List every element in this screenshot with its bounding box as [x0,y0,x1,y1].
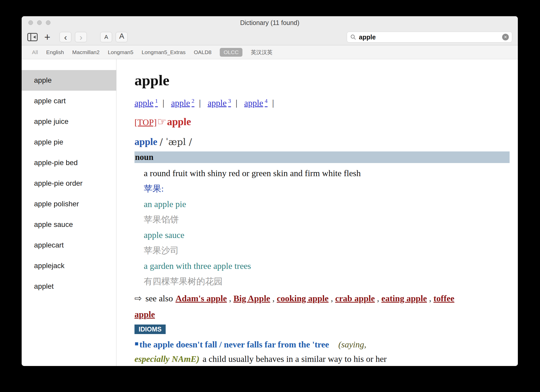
pipe-separator: | [272,98,274,108]
dictionary-tabbar: All English Macmillan2 Longman5 Longman5… [22,45,518,59]
example: a garden with three apple trees 有四棵苹果树的花… [144,258,510,289]
sidebar-icon [27,33,38,41]
result-list-item[interactable]: apple cart [22,91,116,111]
dictionary-tab[interactable]: OLCC [220,48,242,57]
example-english: apple sauce [144,227,510,243]
window-title: Dictionary (11 found) [240,19,299,27]
add-button[interactable]: + [44,32,50,42]
result-list-item[interactable]: apple [22,70,116,91]
toggle-sidebar-button[interactable] [27,32,38,42]
idiom-definition: a child usually behaves in a similar way… [202,354,387,364]
homonym-links: apple1| apple2| apple3| apple4| [134,98,510,108]
main-area: apple apple cart apple juice apple pie a… [22,59,518,366]
register-close: ) [197,354,199,364]
homonym-link[interactable]: apple4 [244,98,268,108]
sense-block: a round fruit with shiny red or green sk… [134,166,510,289]
example: apple sauce 苹果沙司 [144,227,510,258]
top-nav-line: [TOP]☞apple [134,116,510,128]
see-also-link[interactable]: crab apple [335,294,375,303]
homonym-link[interactable]: apple1 [134,98,158,108]
result-list-item[interactable]: apple pie [22,132,116,152]
pronunciation-line: apple / ˈæpl / [134,136,510,147]
definition-chinese: 苹果: [144,181,510,197]
results-sidebar: apple apple cart apple juice apple pie a… [22,59,116,366]
example-english: a garden with three apple trees [144,258,510,274]
comma-separator: , [270,294,277,303]
pipe-separator: | [236,98,238,108]
entry-content: apple apple1| apple2| apple3| apple4| [T… [116,59,518,366]
titlebar[interactable]: Dictionary (11 found) [22,16,518,29]
example: an apple pie 苹果馅饼 [144,197,510,227]
zoom-button[interactable] [46,20,50,25]
clear-search-icon[interactable]: ✕ [502,34,509,40]
part-of-speech-bar: noun [134,151,510,163]
window-controls [28,16,50,29]
result-list-item[interactable]: applet [22,276,116,297]
arrow-icon: ⇨ [134,293,142,303]
back-button[interactable]: ‹ [60,32,71,42]
entry-headword: apple [134,72,510,89]
example-english: an apple pie [144,197,510,212]
see-also-link[interactable]: Big Apple [233,294,270,303]
examples: an apple pie 苹果馅饼 apple sauce 苹果沙司 a gar… [144,197,510,289]
dictionary-tab[interactable]: English [46,49,64,55]
see-also-link[interactable]: Adam's apple [175,294,227,303]
left-arrow-icon [33,36,36,39]
dictionary-tab[interactable]: 英汉汉英 [251,49,272,56]
ipa-transcription: / ˈæpl / [160,137,192,147]
see-also-link[interactable]: cooking apple [277,294,328,303]
idiom-paragraph: ▪the apple doesn't fall / never falls fa… [134,336,510,366]
homonym-link[interactable]: apple3 [208,98,231,108]
pipe-separator: | [199,98,201,108]
see-also-line: ⇨see alsoAdam's apple , Big Apple , cook… [134,290,464,322]
result-list-item[interactable]: apple polisher [22,194,116,214]
example-chinese: 苹果馅饼 [144,212,510,227]
comma-separator: , [328,294,335,303]
decrease-font-button[interactable]: A [100,32,112,42]
search-input[interactable] [358,33,500,41]
search-icon [350,34,356,40]
top-headword: apple [167,116,191,127]
result-list-item[interactable]: applecart [22,235,116,255]
pipe-separator: | [163,98,164,108]
result-list-item[interactable]: apple-pie order [22,173,116,194]
top-link[interactable]: [TOP] [134,117,157,127]
homonym-link[interactable]: apple2 [171,98,195,108]
comma-separator: , [375,294,382,303]
close-button[interactable] [28,20,33,25]
pointing-hand-icon: ☞ [157,116,166,127]
result-list-item[interactable]: apple juice [22,111,116,132]
increase-font-button[interactable]: A [116,32,128,42]
register-label: (saying, [338,340,366,349]
dictionary-tab[interactable]: All [32,49,38,55]
bullet-icon: ▪ [134,340,139,347]
dictionary-tab[interactable]: Longman5_Extras [142,49,185,55]
dictionary-tab[interactable]: Macmillan2 [72,49,99,55]
result-list-item[interactable]: applejack [22,255,116,276]
idioms-header: IDIOMS [134,325,166,334]
definition-english: a round fruit with shiny red or green sk… [144,166,510,181]
see-also-links: Adam's apple , Big Apple , cooking apple… [134,294,454,319]
register-label-2: especially NAmE [134,354,197,364]
dictionary-tab[interactable]: Longman5 [108,49,133,55]
dictionary-window: Dictionary (11 found) + ‹ › A A ✕ All En… [22,16,518,366]
result-list-item[interactable]: apple-pie bed [22,152,116,173]
toolbar: + ‹ › A A ✕ [22,29,518,45]
comma-separator: , [427,294,434,303]
see-also-link[interactable]: eating apple [381,294,427,303]
see-also-label: see also [146,294,173,303]
result-list-item[interactable]: apple sauce [22,214,116,235]
idiom-text: the apple doesn't fall / never falls far… [139,340,329,349]
forward-button[interactable]: › [75,32,87,42]
minimize-button[interactable] [37,20,42,25]
comma-separator: , [227,294,234,303]
dictionary-tab[interactable]: OALD8 [194,49,212,55]
example-chinese: 有四棵苹果树的花园 [144,274,510,289]
example-chinese: 苹果沙司 [144,243,510,258]
pronunciation-headword: apple [134,136,157,147]
search-field[interactable]: ✕ [347,32,512,42]
